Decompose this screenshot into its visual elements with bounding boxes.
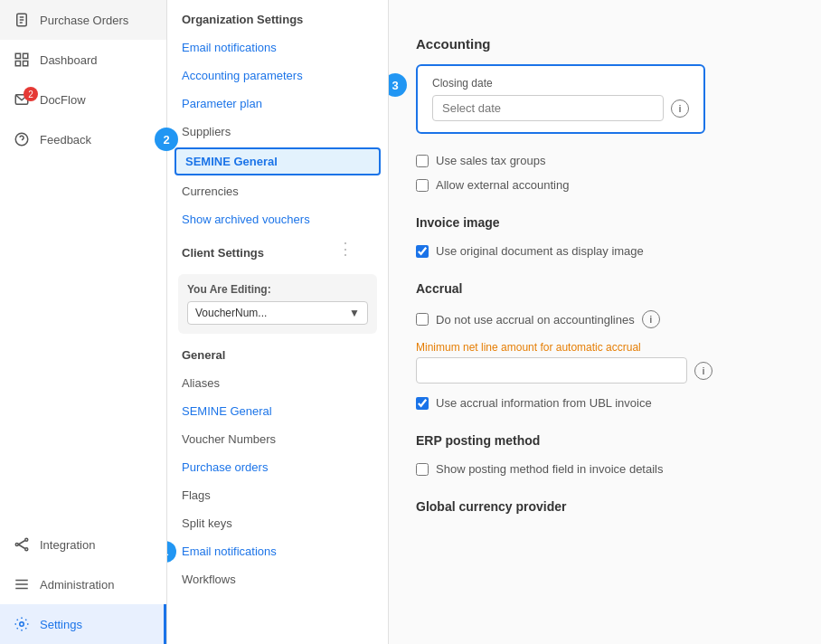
accrual-input-row: i (416, 357, 794, 384)
settings-icon (13, 615, 31, 633)
nav-accounting-parameters[interactable]: Accounting parameters (167, 62, 388, 90)
svg-line-14 (18, 541, 25, 545)
nav-suppliers[interactable]: Suppliers (167, 118, 388, 146)
use-sales-tax-label: Use sales tax groups (436, 154, 545, 167)
svg-point-11 (15, 544, 18, 546)
sidebar-item-administration[interactable]: Administration (0, 564, 166, 604)
svg-line-15 (18, 545, 25, 549)
sidebar-label-dashboard: Dashboard (40, 53, 98, 67)
voucher-dropdown-value: VoucherNum... (195, 307, 267, 319)
show-posting-label: Show posting method field in invoice det… (436, 462, 663, 476)
accrual-section: Accrual Do not use accrual on accounting… (416, 281, 794, 415)
middle-panel: Organization Settings Email notification… (167, 0, 389, 644)
integration-icon (13, 535, 31, 554)
step-badge-3: 3 (389, 73, 407, 97)
sidebar-item-docflow[interactable]: 2 DocFlow (0, 80, 166, 119)
voucher-dropdown[interactable]: VoucherNum... ▼ (187, 301, 368, 325)
use-original-checkbox[interactable] (416, 245, 429, 258)
allow-external-label: Allow external accounting (436, 178, 569, 192)
svg-point-12 (25, 538, 28, 541)
no-accrual-label: Do not use accrual on accountinglines (436, 313, 635, 327)
use-sales-tax-checkbox[interactable] (416, 155, 429, 167)
invoice-image-section: Invoice image Use original document as d… (416, 215, 794, 263)
use-sales-tax-row: Use sales tax groups (416, 148, 794, 173)
step-badge-1: 1 (167, 541, 176, 563)
file-icon (13, 11, 31, 29)
question-icon (13, 130, 31, 148)
show-posting-checkbox[interactable] (416, 463, 429, 476)
allow-external-checkbox[interactable] (416, 179, 429, 192)
use-ubl-checkbox[interactable] (416, 397, 429, 410)
sidebar-label-purchase-orders: Purchase Orders (40, 14, 128, 27)
invoice-image-title: Invoice image (416, 215, 794, 230)
email-notifications-2-label: Email notifications (182, 545, 277, 558)
accrual-title: Accrual (416, 281, 794, 296)
use-original-label: Use original document as display image (436, 244, 644, 258)
svg-point-19 (20, 622, 24, 627)
sidebar-label-administration: Administration (40, 578, 114, 592)
drag-handle[interactable]: ⋮ (337, 241, 340, 259)
no-accrual-info-icon[interactable]: i (642, 310, 660, 328)
sidebar: Purchase Orders Dashboard 2 DocFlow Feed… (0, 0, 167, 644)
closing-date-info-icon[interactable]: i (671, 99, 689, 118)
sidebar-item-integration[interactable]: Integration (0, 525, 166, 564)
nav-parameter-plan[interactable]: Parameter plan (167, 90, 388, 118)
nav-purchase-orders[interactable]: Purchase orders (167, 453, 388, 481)
closing-date-label: Closing date (432, 77, 689, 90)
no-accrual-checkbox[interactable] (416, 313, 429, 326)
use-ubl-label: Use accrual information from UBL invoice (436, 396, 652, 410)
main-content: Accounting 3 Closing date i Use sales ta… (389, 0, 821, 644)
dashboard-icon (13, 51, 31, 69)
sidebar-label-docflow: DocFlow (40, 93, 86, 107)
svg-rect-6 (15, 62, 20, 66)
accounting-title: Accounting (416, 36, 794, 52)
erp-title: ERP posting method (416, 433, 794, 448)
svg-rect-5 (24, 53, 28, 58)
sidebar-item-purchase-orders[interactable]: Purchase Orders (0, 0, 166, 40)
show-posting-row: Show posting method field in invoice det… (416, 457, 794, 481)
nav-semine-general[interactable]: SEMINE General (175, 147, 381, 175)
no-accrual-row: Do not use accrual on accountinglines i (416, 305, 794, 334)
global-currency-section: Global currency provider (416, 499, 794, 514)
date-input-row: i (432, 95, 689, 121)
nav-workflows[interactable]: Workflows (167, 565, 388, 593)
allow-external-row: Allow external accounting (416, 173, 794, 197)
org-settings-header: Organization Settings (167, 0, 388, 33)
admin-icon (13, 575, 31, 593)
nav-email-notifications[interactable]: Email notifications (167, 33, 388, 62)
use-ubl-row: Use accrual information from UBL invoice (416, 391, 794, 415)
sidebar-item-settings[interactable]: Settings (0, 604, 166, 644)
docflow-badge: 2 (24, 87, 38, 101)
use-original-row: Use original document as display image (416, 239, 794, 263)
nav-flags[interactable]: Flags (167, 481, 388, 509)
nav-show-archived-vouchers[interactable]: Show archived vouchers (167, 205, 388, 233)
accrual-info-icon[interactable]: i (694, 362, 712, 380)
nav-aliases[interactable]: Aliases (167, 369, 388, 397)
sidebar-label-settings: Settings (40, 618, 82, 631)
nav-email-notifications-2[interactable]: Email notifications 1 (167, 537, 388, 565)
erp-section: ERP posting method Show posting method f… (416, 433, 794, 481)
step-badge-2: 2 (155, 128, 178, 151)
accounting-section: Accounting 3 Closing date i Use sales ta… (416, 36, 794, 197)
accrual-amount-input[interactable] (416, 357, 687, 384)
chevron-down-icon: ▼ (349, 307, 360, 319)
closing-date-input[interactable] (432, 95, 664, 121)
general-header: General (167, 341, 388, 369)
svg-rect-4 (15, 53, 20, 58)
nav-semine-general-2[interactable]: SEMINE General (167, 397, 388, 425)
sidebar-item-dashboard[interactable]: Dashboard (0, 40, 166, 80)
min-net-label: Minimum net line amount for automatic ac… (416, 341, 794, 354)
global-currency-title: Global currency provider (416, 499, 794, 514)
svg-point-13 (25, 548, 28, 551)
svg-rect-7 (24, 62, 28, 66)
nav-voucher-numbers[interactable]: Voucher Numbers (167, 425, 388, 453)
nav-currencies[interactable]: Currencies (167, 177, 388, 205)
sidebar-label-integration: Integration (40, 538, 95, 552)
sidebar-item-feedback[interactable]: Feedback 2 (0, 119, 166, 159)
closing-date-box: Closing date i (416, 64, 705, 134)
you-are-editing-label: You Are Editing: (187, 283, 368, 296)
nav-split-keys[interactable]: Split keys (167, 509, 388, 537)
client-settings-box: You Are Editing: VoucherNum... ▼ (178, 274, 377, 334)
client-settings-header: Client Settings (167, 233, 388, 267)
sidebar-label-feedback: Feedback (40, 133, 91, 147)
